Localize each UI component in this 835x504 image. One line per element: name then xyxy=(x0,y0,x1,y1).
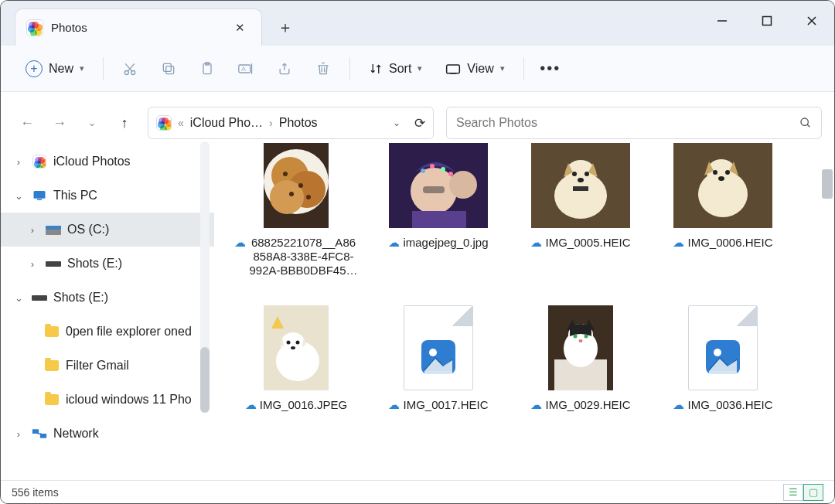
cloud-status-icon: ☁ xyxy=(530,236,542,250)
new-tab-button[interactable]: ＋ xyxy=(270,12,301,43)
close-tab-icon[interactable]: ✕ xyxy=(229,17,250,39)
folder-icon xyxy=(44,358,60,373)
nav-up-button[interactable]: ↑ xyxy=(111,109,138,137)
tree-folder-open-explorer[interactable]: 0pen file explorer oned xyxy=(1,315,214,349)
search-input[interactable] xyxy=(456,116,799,130)
svg-rect-52 xyxy=(573,186,588,191)
file-name: IMG_0005.HEIC xyxy=(545,236,630,250)
files-scrollbar-thumb[interactable] xyxy=(822,169,833,199)
maximize-button[interactable] xyxy=(745,4,789,38)
svg-point-38 xyxy=(421,169,425,173)
delete-button[interactable] xyxy=(306,53,340,84)
tree-scrollbar-thumb[interactable] xyxy=(200,347,210,413)
breadcrumb-root[interactable]: iCloud Pho… xyxy=(190,116,263,130)
breadcrumb-leaf[interactable]: Photos xyxy=(279,116,318,130)
tree-folder-filter-gmail[interactable]: Filter Gmail xyxy=(1,349,214,383)
file-thumbnail xyxy=(389,143,488,228)
new-button[interactable]: + New ▾ xyxy=(16,53,94,84)
file-thumbnail xyxy=(389,305,488,390)
svg-point-76 xyxy=(714,349,721,356)
search-icon[interactable] xyxy=(799,117,812,129)
svg-rect-24 xyxy=(32,429,39,434)
svg-point-40 xyxy=(441,167,445,172)
tab-photos[interactable]: Photos ✕ xyxy=(15,9,262,46)
svg-point-63 xyxy=(287,341,291,345)
svg-point-51 xyxy=(578,178,584,182)
details-view-button[interactable]: ☰ xyxy=(783,484,803,501)
paste-button[interactable] xyxy=(190,53,224,84)
svg-point-72 xyxy=(574,335,578,339)
drive-icon xyxy=(46,256,61,271)
rename-button[interactable]: A xyxy=(229,53,263,84)
more-button[interactable]: ••• xyxy=(533,53,567,84)
svg-point-5 xyxy=(131,70,135,74)
chevron-right-icon[interactable]: › xyxy=(12,428,26,440)
file-item[interactable]: ☁ 68825221078__A86858A8-338E-4FC8-992A-B… xyxy=(227,143,366,305)
sort-icon xyxy=(369,62,383,76)
tree-network[interactable]: › Network xyxy=(1,417,214,451)
svg-point-73 xyxy=(584,335,588,339)
tree-os-drive[interactable]: › OS (C:) xyxy=(1,213,214,247)
nav-forward-button[interactable]: → xyxy=(46,109,73,137)
svg-rect-9 xyxy=(163,63,171,71)
copy-button[interactable] xyxy=(152,53,186,84)
file-item[interactable]: ☁ IMG_0005.HEIC xyxy=(511,143,650,305)
file-item[interactable]: ☁ IMG_0036.HEIC xyxy=(653,305,792,468)
file-name: IMG_0036.HEIC xyxy=(687,398,772,412)
svg-point-41 xyxy=(448,172,453,176)
svg-text:A: A xyxy=(241,65,246,73)
window-controls xyxy=(700,4,834,38)
svg-point-20 xyxy=(801,118,808,125)
address-dropdown-icon[interactable]: ⌄ xyxy=(393,117,400,128)
tree-scrollbar-track[interactable] xyxy=(200,141,210,358)
tree-this-pc[interactable]: ⌄ This PC xyxy=(1,179,214,213)
cloud-status-icon: ☁ xyxy=(388,236,400,250)
view-button[interactable]: View ▾ xyxy=(436,53,513,84)
chevron-right-icon[interactable]: › xyxy=(26,224,39,236)
svg-point-67 xyxy=(429,349,437,356)
file-item[interactable]: ☁ imagejpeg_0.jpg xyxy=(369,143,508,305)
refresh-button[interactable]: ⟳ xyxy=(414,115,425,131)
crumb-overflow-icon[interactable]: « xyxy=(178,117,184,129)
svg-rect-18 xyxy=(447,65,460,73)
svg-point-65 xyxy=(291,346,295,349)
minimize-button[interactable] xyxy=(700,4,745,38)
tree-shots-drive[interactable]: › Shots (E:) xyxy=(1,247,214,281)
folder-icon xyxy=(44,324,60,339)
svg-point-4 xyxy=(124,70,128,74)
svg-point-74 xyxy=(579,339,583,342)
chevron-down-icon: ▾ xyxy=(500,63,505,73)
file-name: IMG_0029.HEIC xyxy=(545,398,630,412)
svg-rect-23 xyxy=(37,199,42,201)
tree-label: OS (C:) xyxy=(67,223,109,237)
thumbnails-view-button[interactable]: ▢ xyxy=(803,484,823,501)
file-item[interactable]: ☁ IMG_0017.HEIC xyxy=(369,305,508,468)
chevron-right-icon: › xyxy=(269,117,273,129)
chevron-right-icon[interactable]: › xyxy=(12,156,26,168)
chevron-down-icon: ▾ xyxy=(418,63,422,73)
file-item[interactable]: ☁ IMG_0016.JPEG xyxy=(227,305,366,468)
chevron-down-icon[interactable]: ⌄ xyxy=(12,292,26,304)
nav-recent-button[interactable]: ⌄ xyxy=(78,109,106,137)
cut-button[interactable] xyxy=(113,53,147,84)
close-window-button[interactable] xyxy=(789,4,834,38)
tree-shots-drive-2[interactable]: ⌄ Shots (E:) xyxy=(1,281,214,315)
file-item[interactable]: ☁ IMG_0006.HEIC xyxy=(653,143,792,305)
tree-icloud-photos[interactable]: › iCloud Photos xyxy=(1,145,214,179)
file-name: 68825221078__A86858A8-338E-4FC8-992A-BBB… xyxy=(249,236,358,278)
cloud-status-icon: ☁ xyxy=(245,398,257,412)
sort-button[interactable]: Sort ▾ xyxy=(360,53,431,84)
cloud-status-icon: ☁ xyxy=(388,398,400,412)
view-icon xyxy=(445,63,461,75)
nav-back-button[interactable]: ← xyxy=(13,109,41,137)
share-button[interactable] xyxy=(268,53,302,84)
svg-point-32 xyxy=(283,172,288,176)
tree-folder-icloud-win11[interactable]: icloud windows 11 Pho xyxy=(1,383,214,417)
cloud-status-icon: ☁ xyxy=(673,236,684,250)
search-box[interactable] xyxy=(446,107,822,139)
chevron-right-icon[interactable]: › xyxy=(26,258,39,270)
file-item[interactable]: ☁ IMG_0029.HEIC xyxy=(511,305,650,468)
chevron-down-icon[interactable]: ⌄ xyxy=(12,190,26,202)
address-bar[interactable]: « iCloud Pho… › Photos ⌄ ⟳ xyxy=(148,107,434,139)
body: › iCloud Photos ⌄ This PC › OS (C:) › Sh… xyxy=(1,138,834,504)
